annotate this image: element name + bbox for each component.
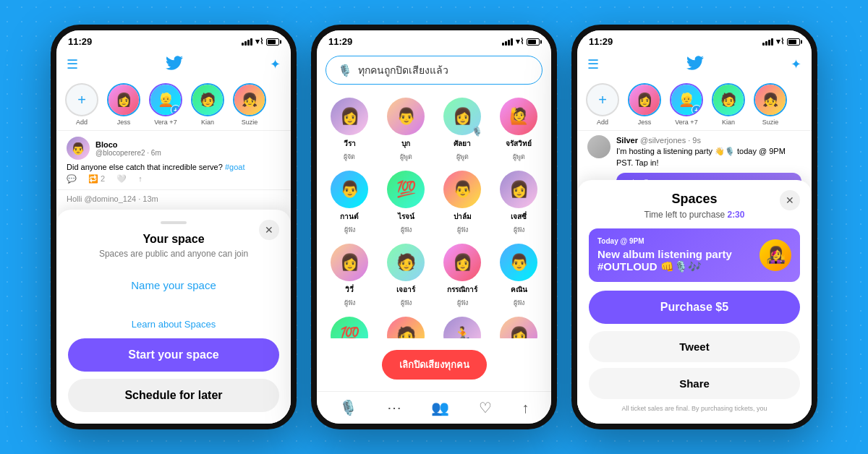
time-3: 11:29 xyxy=(589,36,613,47)
add-story-avatar[interactable]: + xyxy=(65,83,98,116)
tweet-button[interactable]: Tweet xyxy=(589,331,800,362)
story-avatar-vera[interactable]: 👱 + xyxy=(149,83,182,116)
story-vera-3[interactable]: 👱 + Vera +7 xyxy=(668,83,705,126)
start-space-button[interactable]: Start your space xyxy=(68,338,279,372)
twitter-header-1: ☰ ✦ xyxy=(56,50,291,79)
participant-avatar-6[interactable]: 💯 xyxy=(387,171,425,208)
story-suzie[interactable]: 👧 Suzie xyxy=(231,83,268,126)
close-button-3[interactable]: ✕ xyxy=(780,190,800,210)
mic-bottom-icon[interactable]: 🎙️ xyxy=(339,399,357,416)
tweet-text-1: Did anyone else catch that incredible se… xyxy=(67,163,281,171)
sparkle-icon-3[interactable]: ✦ xyxy=(791,56,801,72)
tweet-actions-1[interactable]: 💬 🔁 2 🤍 ↑ xyxy=(67,174,281,184)
phone-3-screen: 11:29 ▾⌇ ☰ ✦ xyxy=(577,30,812,424)
participant-avatar-15[interactable]: 🏃 xyxy=(443,317,481,338)
signal-icon-3 xyxy=(762,38,773,46)
participant-avatar-10[interactable]: 🧑 xyxy=(387,244,425,281)
phone-1-screen: 11:29 ▾⌇ ☰ ✦ xyxy=(56,30,291,424)
chat-bottom-icon[interactable]: ⋯ xyxy=(387,399,401,416)
participant-badge-3: 🎙️ xyxy=(472,127,482,137)
participant-avatar-1[interactable]: 👩 xyxy=(331,98,368,135)
story-vera[interactable]: 👱 + Vera +7 xyxy=(148,83,184,126)
participant-4: 🙋 จรัสวิทย์ ผู้พูด xyxy=(495,98,542,162)
reply-icon[interactable]: 💬 xyxy=(67,174,77,184)
participant-avatar-13[interactable]: 💯 xyxy=(331,317,368,338)
retweet-icon[interactable]: 🔁 2 xyxy=(88,174,105,184)
participant-role-4: ผู้พูด xyxy=(513,152,525,162)
purchase-button[interactable]: Purchase $5 xyxy=(589,291,800,324)
silver-avatar xyxy=(587,135,610,158)
participant-avatar-7[interactable]: 👨 xyxy=(443,171,481,208)
sheet-title-1: Your space xyxy=(68,233,279,246)
sheet-handle-1 xyxy=(161,221,187,224)
plus-badge-vera-3: + xyxy=(692,105,702,115)
unmute-bar: เลิกปิดเสียงทุกคน xyxy=(317,338,551,391)
story-suzie-3[interactable]: 👧 Suzie xyxy=(752,83,788,126)
people-bottom-icon[interactable]: 👥 xyxy=(431,399,449,416)
story-label-suzie: Suzie xyxy=(242,119,258,126)
menu-icon-1[interactable]: ☰ xyxy=(67,56,78,72)
story-jess-3[interactable]: 👩 Jess xyxy=(626,83,663,126)
participant-avatar-2[interactable]: 👨 xyxy=(387,98,425,135)
mute-banner: 🎙️ ทุกคนถูกปิดเสียงแล้ว xyxy=(326,56,542,85)
participant-avatar-16[interactable]: 👩 xyxy=(500,317,537,338)
heart-bottom-icon[interactable]: ♡ xyxy=(479,399,492,416)
story-add-3[interactable]: + Add xyxy=(584,83,621,126)
participant-avatar-5[interactable]: 👨 xyxy=(331,171,368,208)
space-name-input[interactable] xyxy=(68,273,279,297)
participant-name-5: กานต์ xyxy=(340,211,359,222)
status-icons-2: ▾⌇ xyxy=(502,37,540,46)
silver-username: Silver xyxy=(616,136,638,145)
bottom-sheet-1: ✕ Your space Spaces are public and anyon… xyxy=(56,210,291,424)
participant-role-2: ผู้พูด xyxy=(400,152,412,162)
battery-icon-1 xyxy=(266,38,279,46)
schedule-later-button[interactable]: Schedule for later xyxy=(68,379,279,412)
story-avatar-jess-3[interactable]: 👩 xyxy=(628,83,661,116)
story-avatar-jess[interactable]: 👩 xyxy=(107,83,140,116)
participant-1: 👩 วีรา ผู้จัด xyxy=(326,98,373,162)
story-kian[interactable]: 🧑 Kian xyxy=(190,83,226,126)
share-icon[interactable]: ↑ xyxy=(138,174,142,184)
event-avatar: 👩‍🎤 xyxy=(760,239,791,271)
participant-avatar-3[interactable]: 👩 🎙️ xyxy=(443,98,481,135)
time-2: 11:29 xyxy=(328,36,352,47)
story-add[interactable]: + Add xyxy=(64,83,100,126)
participant-role-8: ผู้ฟัง xyxy=(514,225,524,235)
participant-avatar-4[interactable]: 🙋 xyxy=(500,98,537,135)
twitter-header-3: ☰ ✦ xyxy=(577,50,812,79)
participant-avatar-11[interactable]: 👩 xyxy=(443,244,481,281)
story-avatar-kian[interactable]: 🧑 xyxy=(191,83,224,116)
story-avatar-suzie[interactable]: 👧 xyxy=(233,83,266,116)
story-avatar-suzie-3[interactable]: 👧 xyxy=(754,83,787,116)
story-label-add-3: Add xyxy=(597,119,608,126)
story-avatar-kian-3[interactable]: 🧑 xyxy=(712,83,745,116)
menu-icon-3[interactable]: ☰ xyxy=(587,56,599,72)
share-button[interactable]: Share xyxy=(589,368,800,399)
story-label-vera: Vera +7 xyxy=(154,119,176,126)
participant-avatar-12[interactable]: 👨 xyxy=(500,244,537,281)
participant-avatar-14[interactable]: 🧑 xyxy=(387,317,425,338)
participant-2: 👨 บุก ผู้พูด xyxy=(382,98,430,162)
story-kian-3[interactable]: 🧑 Kian xyxy=(710,83,746,126)
status-bar-3: 11:29 ▾⌇ xyxy=(577,30,812,50)
tweet-preview-bar: Holli @domino_124 · 13m xyxy=(56,189,291,207)
participant-avatar-9[interactable]: 👩 xyxy=(331,244,368,281)
close-button-1[interactable]: ✕ xyxy=(259,220,279,240)
learn-spaces-link[interactable]: Learn about Spaces xyxy=(68,319,279,330)
phone-2-screen: 11:29 ▾⌇ 🎙️ ทุกคนถูกปิดเสียงแล้ว xyxy=(317,30,551,424)
story-avatar-vera-3[interactable]: 👱 + xyxy=(670,83,703,116)
participant-avatar-8[interactable]: 👩 xyxy=(500,171,537,208)
story-label-vera-3: Vera +7 xyxy=(675,119,697,126)
add-story-avatar-3[interactable]: + xyxy=(586,83,619,116)
sparkle-icon-1[interactable]: ✦ xyxy=(270,56,281,72)
participant-name-2: บุก xyxy=(401,138,410,149)
participant-name-10: เจอาร์ xyxy=(396,284,415,295)
spaces-sheet-title: Spaces xyxy=(589,192,800,207)
story-label-jess-3: Jess xyxy=(638,119,652,126)
unmute-button[interactable]: เลิกปิดเสียงทุกคน xyxy=(382,350,487,380)
story-jess[interactable]: 👩 Jess xyxy=(106,83,142,126)
sheet-subtitle-1: Spaces are public and anyone can join xyxy=(68,249,279,259)
share-bottom-icon[interactable]: ↑ xyxy=(522,400,529,416)
like-icon[interactable]: 🤍 xyxy=(116,174,127,184)
event-card: Today @ 9PM New album listening party #O… xyxy=(589,228,800,282)
